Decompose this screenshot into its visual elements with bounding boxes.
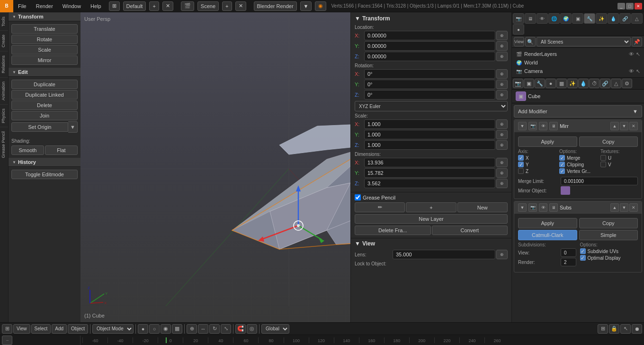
add-menu-btn[interactable]: Add xyxy=(52,324,67,334)
select-menu-btn[interactable]: Select xyxy=(31,324,51,334)
subs-camera-icon[interactable]: 📷 xyxy=(528,203,537,212)
props-extra-icon[interactable]: ⚙ xyxy=(622,79,632,88)
tools-tab[interactable]: Tools xyxy=(0,12,8,30)
mirr-up-icon[interactable]: ▲ xyxy=(610,122,619,130)
timeline-icon[interactable]: ⏤ xyxy=(2,336,12,345)
record-btn[interactable]: ⏺ xyxy=(632,324,642,334)
dim-x-copy[interactable]: ⊕ xyxy=(496,158,508,167)
rotate-button[interactable]: Rotate xyxy=(11,35,78,44)
dim-x-input[interactable] xyxy=(364,158,495,167)
rot-z-copy[interactable]: ⊕ xyxy=(496,90,508,100)
dim-z-input[interactable] xyxy=(364,179,495,188)
view-icon-btn[interactable]: View xyxy=(514,37,524,46)
rot-z-input[interactable] xyxy=(364,90,495,100)
help-menu[interactable]: Help xyxy=(86,0,106,12)
props-phys-icon[interactable]: 💧 xyxy=(578,79,589,88)
space-select[interactable]: Global xyxy=(261,324,289,334)
gp-new-btn[interactable]: New xyxy=(457,202,508,212)
subs-realtime-icon[interactable]: 👁 xyxy=(539,203,547,212)
clipping-checkbox[interactable]: ✓ xyxy=(559,162,565,167)
physics-tab[interactable]: Physics xyxy=(0,104,8,127)
dim-y-copy[interactable]: ⊕ xyxy=(496,168,508,178)
duplicate-button[interactable]: Duplicate xyxy=(11,80,78,89)
scale-x-copy[interactable]: ⊕ xyxy=(496,119,508,129)
rot-x-input[interactable] xyxy=(364,69,495,79)
dim-z-copy[interactable]: ⊕ xyxy=(496,179,508,188)
minimize-button[interactable]: _ xyxy=(617,3,625,9)
plus2-icon[interactable]: + xyxy=(222,1,232,11)
merge-limit-input[interactable] xyxy=(561,177,638,185)
props-pin-btn[interactable]: 📌 xyxy=(632,37,642,46)
subs-render-icon[interactable]: 🖥 xyxy=(549,203,558,212)
gp-delete-btn[interactable]: Delete Fra... xyxy=(355,226,431,235)
mode-select[interactable]: Object Mode xyxy=(92,324,134,334)
add-modifier-button[interactable]: Add Modifier ▼ xyxy=(514,105,642,118)
vertex-gr-checkbox[interactable]: ✓ xyxy=(559,168,565,174)
axis-z-checkbox[interactable] xyxy=(518,168,524,174)
props-mat-icon[interactable]: ● xyxy=(546,79,556,88)
material-tab[interactable]: ● xyxy=(513,24,524,35)
axis-x-checkbox[interactable]: ✓ xyxy=(518,155,524,161)
rot-x-copy[interactable]: ⊕ xyxy=(496,69,508,79)
engine-arrow[interactable]: ▼ xyxy=(300,1,312,11)
rot-y-input[interactable] xyxy=(364,80,495,89)
mirr-realtime-icon[interactable]: 👁 xyxy=(539,122,547,130)
mirr-close-icon[interactable]: ✕ xyxy=(629,122,638,130)
render-tab[interactable]: 🖥 xyxy=(525,13,536,24)
object-tab[interactable]: ▣ xyxy=(572,13,583,24)
toggle-editmode-button[interactable]: Toggle Editmode xyxy=(11,170,78,179)
translate-button[interactable]: Translate xyxy=(11,24,78,34)
loc-z-copy[interactable]: ⊕ xyxy=(496,52,508,61)
render-subdiv-input[interactable] xyxy=(561,258,576,266)
scale-z-input[interactable] xyxy=(364,140,495,150)
scene-label[interactable]: Scene xyxy=(197,1,219,11)
lens-copy[interactable]: ⊕ xyxy=(496,250,508,259)
rotate-icon[interactable]: ↻ xyxy=(209,324,220,334)
loc-x-copy[interactable]: ⊕ xyxy=(496,31,508,40)
axis-y-checkbox[interactable]: ✓ xyxy=(518,162,524,167)
eye-icon[interactable]: 👁 xyxy=(629,51,634,57)
camera-item[interactable]: 📷 Camera 👁 ↖ xyxy=(514,67,642,75)
u-checkbox[interactable] xyxy=(600,155,606,161)
render-layers-item[interactable]: 🎬 RenderLayers 👁 ↖ xyxy=(514,50,642,58)
subs-copy-btn[interactable]: Copy xyxy=(579,218,638,228)
view-tab[interactable]: 👁 xyxy=(537,13,548,24)
camera-cursor-icon[interactable]: ↖ xyxy=(636,68,640,74)
loc-x-input[interactable] xyxy=(364,31,495,40)
props-modifier-icon[interactable]: 🔧 xyxy=(535,79,545,88)
render-engine[interactable]: Blender Render xyxy=(254,1,297,11)
layout-label[interactable]: Default xyxy=(123,1,146,11)
v-checkbox[interactable] xyxy=(600,162,606,167)
maximize-button[interactable]: □ xyxy=(626,3,634,9)
mirr-down-icon[interactable]: ▼ xyxy=(620,122,628,130)
scale-z-copy[interactable]: ⊕ xyxy=(496,140,508,150)
dim-y-input[interactable] xyxy=(364,168,495,178)
duplicate-linked-button[interactable]: Duplicate Linked xyxy=(11,90,78,100)
grease-pencil-tab[interactable]: Grease Pencil xyxy=(0,127,8,162)
flat-button[interactable]: Flat xyxy=(45,145,78,155)
props-const-icon[interactable]: 🔗 xyxy=(600,79,610,88)
viewport-shading-icon[interactable]: ● xyxy=(138,324,148,334)
viewport-icon[interactable]: ⊞ xyxy=(2,324,12,334)
gp-convert-btn[interactable]: Convert xyxy=(432,226,508,235)
file-menu[interactable]: File xyxy=(13,0,31,12)
world-item[interactable]: 🌍 World xyxy=(514,58,642,67)
edit-header[interactable]: ▼ Edit xyxy=(9,68,80,77)
animation-tab[interactable]: Animation xyxy=(0,77,8,104)
viewport-3d[interactable]: User Persp xyxy=(80,12,350,322)
props-anim-icon[interactable]: ⏱ xyxy=(589,79,599,88)
history-header[interactable]: ▼ History xyxy=(9,158,80,167)
mirror-copy-btn[interactable]: Copy xyxy=(579,136,638,147)
simple-btn[interactable]: Simple xyxy=(579,230,638,240)
data-tab[interactable]: △ xyxy=(631,13,643,24)
gp-pencil-btn[interactable]: ✏ xyxy=(355,202,405,212)
cursor-btn[interactable]: ↖ xyxy=(620,324,631,334)
screen-layout[interactable]: ⊞ xyxy=(109,1,120,11)
x-icon[interactable]: ✕ xyxy=(162,1,173,11)
loc-y-input[interactable] xyxy=(364,41,495,51)
world-tab[interactable]: 🌍 xyxy=(560,13,572,24)
viewport[interactable]: User Persp xyxy=(80,12,350,322)
mirr-render-icon[interactable]: 🖥 xyxy=(549,122,558,130)
physics-tab2[interactable]: 💧 xyxy=(608,13,619,24)
merge-checkbox[interactable]: ✓ xyxy=(559,155,565,161)
